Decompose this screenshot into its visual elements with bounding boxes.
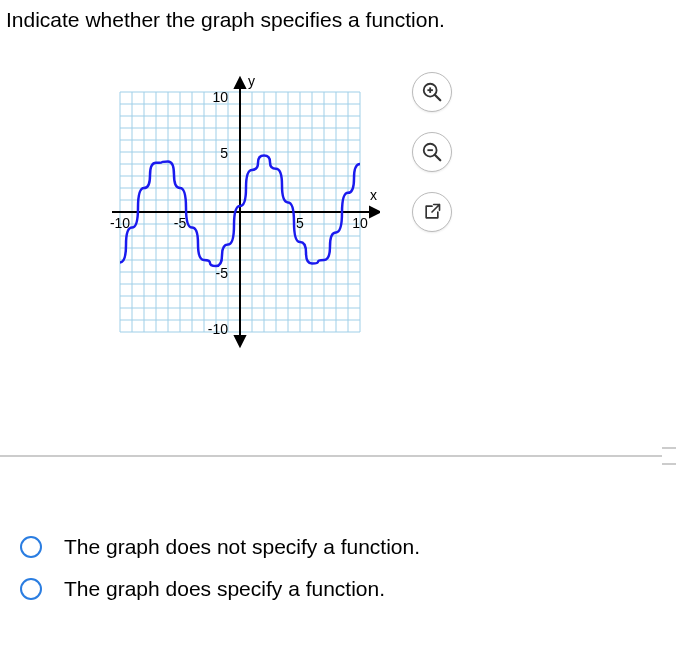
xtick-neg10: -10 <box>110 215 130 231</box>
svg-marker-45 <box>235 336 245 346</box>
ytick-neg10: -10 <box>208 321 228 337</box>
answer-option-2[interactable]: The graph does specify a function. <box>20 577 420 601</box>
open-external-icon <box>422 202 442 222</box>
y-axis-label: y <box>248 73 255 89</box>
answer-label-2: The graph does specify a function. <box>64 577 385 601</box>
zoom-out-button[interactable] <box>412 132 452 172</box>
xtick-10: 10 <box>352 215 368 231</box>
ytick-neg5: -5 <box>216 265 229 281</box>
graph-area: y x 10 5 -5 -10 -10 -5 5 10 <box>100 72 460 352</box>
radio-icon <box>20 578 42 600</box>
answer-option-1[interactable]: The graph does not specify a function. <box>20 535 420 559</box>
divider-handle[interactable] <box>662 447 676 465</box>
xtick-5: 5 <box>296 215 304 231</box>
radio-icon <box>20 536 42 558</box>
xtick-neg5: -5 <box>174 215 187 231</box>
answer-choices: The graph does not specify a function. T… <box>20 535 420 619</box>
open-external-button[interactable] <box>412 192 452 232</box>
svg-marker-44 <box>235 78 245 88</box>
ytick-10: 10 <box>212 89 228 105</box>
x-axis-label: x <box>370 187 377 203</box>
axes <box>112 78 380 346</box>
svg-line-52 <box>435 155 441 161</box>
zoom-in-button[interactable] <box>412 72 452 112</box>
graph-svg: y x 10 5 -5 -10 -10 -5 5 10 <box>100 72 380 352</box>
section-divider <box>0 455 676 457</box>
zoom-in-icon <box>421 81 443 103</box>
zoom-out-icon <box>421 141 443 163</box>
answer-label-1: The graph does not specify a function. <box>64 535 420 559</box>
ytick-5: 5 <box>220 145 228 161</box>
svg-line-48 <box>435 95 441 101</box>
svg-marker-46 <box>370 207 380 217</box>
question-text: Indicate whether the graph specifies a f… <box>0 0 676 32</box>
